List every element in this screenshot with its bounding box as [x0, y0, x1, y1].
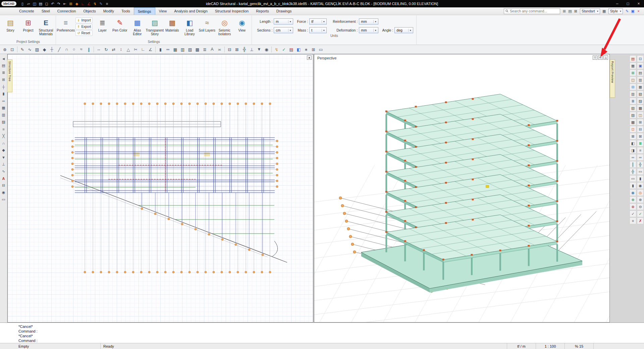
- offset-icon[interactable]: ∥: [85, 46, 92, 53]
- list-icon[interactable]: ≡: [630, 217, 636, 224]
- dome-icon[interactable]: ∩: [0, 140, 7, 146]
- column-tool-icon[interactable]: ▮: [157, 46, 164, 53]
- chamfer-icon[interactable]: ∠: [147, 46, 154, 53]
- beam-icon[interactable]: ═: [0, 98, 7, 104]
- support-icon[interactable]: ⊥: [0, 161, 7, 167]
- section-box-icon[interactable]: ▩: [637, 105, 644, 111]
- front-view-icon[interactable]: ▮: [637, 175, 644, 182]
- settings-icon[interactable]: ∗: [303, 46, 310, 53]
- axis-icon[interactable]: ┼: [48, 46, 55, 53]
- style-grid-icon[interactable]: ▦: [601, 8, 607, 14]
- freehand-icon[interactable]: ∿: [26, 46, 33, 53]
- plot-icon[interactable]: ▭: [317, 46, 324, 53]
- view-button[interactable]: ◉ View: [233, 16, 251, 39]
- fillet-icon[interactable]: ∟: [140, 46, 147, 53]
- delete-view-icon[interactable]: ⊗: [630, 203, 636, 210]
- transparent-story-button[interactable]: ▨ Transparent Story: [146, 16, 163, 39]
- story-button[interactable]: ▤ Story: [2, 16, 19, 39]
- viewport-expand-button[interactable]: ▲: [307, 55, 312, 60]
- tab-view[interactable]: View: [155, 7, 171, 15]
- load-library-button[interactable]: ◧ Load Library: [181, 16, 198, 39]
- toolbar-options-icon[interactable]: ≡: [104, 1, 110, 6]
- rotate-icon[interactable]: ↻: [103, 46, 110, 53]
- plan-viewport[interactable]: ▲: [7, 54, 313, 322]
- draw-pencil-icon[interactable]: ✎: [19, 46, 26, 53]
- tab-connection[interactable]: Connection: [54, 7, 80, 15]
- foundation-tool-icon[interactable]: ▩: [194, 46, 201, 53]
- export-icon[interactable]: ⊟: [630, 84, 636, 90]
- zoom-previous-icon[interactable]: ⇤: [62, 1, 68, 6]
- stretch-icon[interactable]: ↕: [117, 46, 124, 53]
- trim-icon[interactable]: ✂: [132, 46, 139, 53]
- report-icon[interactable]: ▤: [288, 46, 295, 53]
- alias-editor-button[interactable]: ▦ Alias Editor: [128, 16, 146, 39]
- add-view-icon[interactable]: ⊕: [630, 196, 636, 203]
- line-icon[interactable]: ╱: [56, 46, 63, 53]
- tab-settings[interactable]: Settings: [134, 7, 155, 15]
- wall-schedule-icon[interactable]: ▨: [630, 112, 636, 118]
- undo-icon[interactable]: ↶: [50, 1, 56, 6]
- status-scale[interactable]: 1 : 100: [536, 343, 565, 349]
- dimension-tool-icon[interactable]: ≍: [216, 46, 223, 53]
- close-button[interactable]: ×: [633, 0, 644, 7]
- column-icon[interactable]: ▮: [0, 91, 7, 97]
- soil-layers-button[interactable]: ≈ Soil Layers: [198, 16, 216, 39]
- wall-tool-icon[interactable]: ▥: [179, 46, 186, 53]
- plan-view-icon[interactable]: ▭: [637, 168, 644, 175]
- clip-plane-icon[interactable]: ◫: [637, 112, 644, 118]
- view-config-icon[interactable]: ⊞: [561, 8, 567, 14]
- camera-icon[interactable]: ◉: [0, 189, 7, 196]
- sections-unit-select[interactable]: cm▾: [274, 27, 293, 33]
- selection-filter-icon[interactable]: ⊠: [573, 8, 579, 14]
- spline-icon[interactable]: ≈: [78, 46, 85, 53]
- zoom-out-icon[interactable]: ⊖: [637, 203, 644, 210]
- beam-schedule-icon[interactable]: ≣: [630, 98, 636, 104]
- apply-icon[interactable]: ✓: [637, 210, 644, 217]
- deformation-unit-select[interactable]: mm▾: [359, 27, 378, 33]
- section-tool-icon[interactable]: ⊟: [226, 46, 233, 53]
- tab-analysis-and-design[interactable]: Analysis and Design: [170, 7, 211, 15]
- column-schedule-icon[interactable]: ▥: [630, 91, 636, 97]
- measure-icon[interactable]: ▭: [0, 196, 7, 203]
- orbit-icon[interactable]: ◎: [637, 189, 644, 196]
- support-tool-icon[interactable]: ⊥: [248, 46, 255, 53]
- ortho-icon[interactable]: ∟: [80, 1, 86, 6]
- load-icon[interactable]: ▼: [0, 154, 7, 160]
- foundation-icon[interactable]: ▨: [0, 119, 7, 125]
- truss-icon[interactable]: ╳: [0, 133, 7, 139]
- filter-view-button[interactable]: ▽: [593, 55, 597, 60]
- table-view-icon[interactable]: ⊞: [630, 69, 636, 76]
- open-file-icon[interactable]: ▱: [26, 1, 32, 6]
- sheet-icon[interactable]: ◫: [630, 77, 636, 83]
- stairs-tool-icon[interactable]: ≣: [201, 46, 208, 53]
- edit-style-icon[interactable]: ✎: [624, 8, 630, 14]
- materials-button[interactable]: ▩ Materials: [163, 16, 181, 39]
- wall-icon[interactable]: ▥: [0, 112, 7, 118]
- search-input[interactable]: [510, 9, 558, 13]
- quantity-icon[interactable]: ⊠: [630, 133, 636, 140]
- redo-icon[interactable]: ↷: [56, 1, 62, 6]
- object-filter-icon[interactable]: ≡: [637, 147, 644, 154]
- auto-rebar-icon[interactable]: A: [0, 175, 7, 182]
- circle-icon[interactable]: ○: [70, 46, 77, 53]
- command-line-window[interactable]: *Cancel*Command :*Cancel*Command :: [0, 322, 644, 343]
- project-button[interactable]: ⊞ Project: [19, 16, 37, 39]
- move-icon[interactable]: ↔: [95, 46, 102, 53]
- hidden-line-icon[interactable]: ▦: [637, 84, 644, 90]
- style-combo[interactable]: Style ▾: [608, 8, 623, 14]
- pen-settings-icon[interactable]: ✎: [98, 1, 104, 6]
- report-preview-icon[interactable]: ▤: [630, 55, 636, 62]
- perspective-viewport[interactable]: Perspective ▽N△: [314, 54, 610, 322]
- import-button[interactable]: ⇓ Import: [75, 17, 93, 23]
- stairs-icon[interactable]: ≡: [0, 126, 7, 132]
- combination-table-icon[interactable]: ═: [630, 154, 636, 161]
- section-cut-icon[interactable]: ⊟: [0, 182, 7, 189]
- material-list-icon[interactable]: ◧: [630, 140, 636, 147]
- export-button[interactable]: ⇑ Export: [75, 24, 93, 30]
- grid-tool-icon[interactable]: ╬: [241, 46, 248, 53]
- structural-materials-button[interactable]: E Structural Materials: [37, 16, 55, 39]
- story-filter-icon[interactable]: ≣: [637, 140, 644, 147]
- tab-modify[interactable]: Modify: [100, 7, 118, 15]
- structure-tree-panel-icon[interactable]: ▤: [0, 62, 7, 69]
- library-icon[interactable]: ◧: [295, 46, 302, 53]
